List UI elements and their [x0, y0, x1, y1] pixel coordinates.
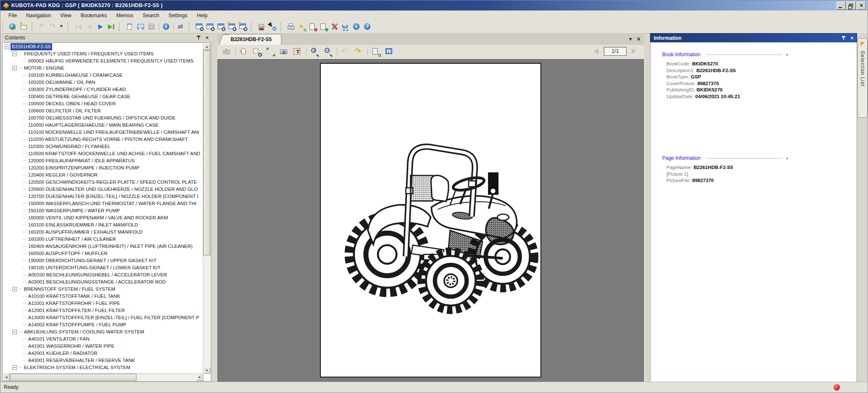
rotate-left-icon[interactable] [341, 47, 350, 57]
tree-node[interactable]: 150000 WASSERFLANSCH UND THERMOSTAT / WA… [3, 200, 203, 207]
close-panel-icon[interactable]: × [204, 35, 210, 41]
tree-node[interactable]: 120400 REGLER / GOVERNOR [3, 172, 203, 179]
menu-bookmarks[interactable]: Bookmarks [76, 11, 112, 20]
zoom-out-icon[interactable]: − [324, 47, 333, 57]
tree-node[interactable]: A11001 KRAFTSTOFFROHR / FUEL PIPE [3, 300, 203, 307]
help-icon[interactable] [363, 23, 372, 31]
menu-file[interactable]: File [4, 11, 21, 20]
tab-b2261hdb-f2-s5[interactable]: B2261HDB-F2-S5 [223, 34, 281, 45]
info-section-header[interactable]: Page Information▾ [662, 155, 788, 161]
tab-close-icon[interactable]: × [637, 36, 640, 42]
select-zoom-icon[interactable] [268, 23, 277, 31]
page-next-icon[interactable] [632, 48, 637, 55]
first-page-icon[interactable] [74, 23, 83, 31]
collapse-icon[interactable] [5, 44, 9, 49]
tree-node[interactable]: 190100 UNTERDICHTUNG-GERAET / LOWER GASK… [3, 264, 203, 271]
close-button[interactable]: × [857, 2, 866, 10]
tree-node[interactable]: A03001 BESCHLEUNIGUNGSSTANGE / ACCELERAT… [3, 278, 203, 286]
search-binoculars-icon[interactable] [222, 47, 231, 57]
snapshot-icon[interactable] [280, 47, 289, 57]
tree-node[interactable]: 160300 LUFTREINHEIT / AIR CLEANER [3, 236, 203, 243]
info-section-header[interactable]: Book Information▾ [662, 52, 788, 57]
scroll-down-icon[interactable]: ▼ [203, 367, 210, 374]
menu-help[interactable]: Help [192, 11, 212, 20]
memo-export-icon[interactable] [320, 23, 328, 31]
tree-node[interactable]: A12001 KRAFTSTOFFILTER / FUEL FILTER [3, 307, 203, 314]
picture-view-icon[interactable] [136, 23, 145, 31]
restore-button[interactable] [847, 2, 856, 10]
tree-node[interactable]: 190000 OBERDICHTUNG-GERAET / UPPER GASKE… [3, 257, 203, 264]
tree-vertical-scrollbar[interactable]: ▲ ▼ [203, 43, 210, 374]
tree-node[interactable]: 120600 DUESENHALTER UND GLUEHKERZE / NOZ… [3, 186, 203, 193]
tree-node[interactable]: 100500 DECKEL OBEN / HEAD COVER [3, 100, 203, 107]
tree-node[interactable]: 000002 HÄUFIG VERWENDETE ELEMENTE / FREQ… [3, 57, 203, 65]
view-mode-1-icon[interactable] [195, 23, 204, 31]
tree-node[interactable]: 150100 WASSERPUMPE / WATER PUMP [3, 207, 203, 214]
chevron-down-icon[interactable]: ▾ [786, 52, 788, 57]
tree-node[interactable]: 160500 AUSPUFFTOPF / MUFFLER [3, 250, 203, 257]
close-panel-icon[interactable]: × [849, 35, 855, 41]
tree-node[interactable]: 100600 OELFILTER / OIL FILTER [3, 107, 203, 115]
tree-node[interactable]: 120200 EINSPRITZENPUMPE / INJECTION PUMP [3, 164, 203, 172]
scroll-up-icon[interactable]: ▲ [203, 43, 210, 50]
zoom-area-icon[interactable] [253, 47, 262, 57]
tree-node[interactable]: A00100 BESCHLEUNIGUNGSHEBEL / ACCELERATO… [3, 271, 203, 278]
tree-node[interactable]: BRENNSTOFF SYSTEM / FUEL SYSTEM [3, 286, 203, 293]
tree-node[interactable]: 110000 HAUPTLAGERGEHAEUSE / MAIN BEARING… [3, 122, 203, 129]
history-dropdown-icon[interactable] [60, 23, 64, 31]
tree-node[interactable]: MOTOR / ENGINE [3, 65, 203, 72]
memo-check-icon[interactable] [309, 23, 317, 31]
menu-view[interactable]: View [55, 11, 76, 20]
view-mode-5-icon[interactable]: ★ [239, 23, 247, 31]
view-mode-2-icon[interactable] [206, 23, 215, 31]
list-view-icon[interactable] [147, 23, 156, 31]
tree-node[interactable]: 160000 VENTIL UND KIPPENARM / VALVE AND … [3, 214, 203, 221]
zoom-in-icon[interactable]: + [310, 47, 320, 57]
drawing-canvas[interactable] [218, 59, 644, 382]
page-indicator[interactable]: 1/1 [604, 47, 627, 56]
menu-search[interactable]: Search [138, 11, 164, 20]
last-page-icon[interactable] [107, 23, 115, 31]
catalog-page[interactable] [320, 63, 541, 377]
cart-icon[interactable] [341, 23, 350, 31]
tree-horizontal-scrollbar[interactable]: ◄ ► [3, 373, 203, 381]
tree-node[interactable]: A10100 KRAFTSTOFFTANK / FUEL TANK [3, 293, 203, 300]
tree-node[interactable]: A42001 KUEHLER / RADIATOR [3, 350, 203, 357]
tree-node[interactable]: 100400 GETRIEBE GEHAEUSE / GEAR CASE [3, 93, 203, 100]
next-page-icon[interactable] [96, 23, 105, 31]
go-top-page-icon[interactable] [9, 23, 17, 31]
add-bookmark-icon[interactable] [298, 23, 306, 31]
selection-list-tab[interactable]: Selection List [858, 38, 868, 118]
pan-hand-icon[interactable] [239, 47, 249, 57]
collapse-icon[interactable] [12, 365, 17, 370]
tree-node[interactable]: B2261HDB-F2-S5 [3, 43, 203, 50]
scroll-left-icon[interactable]: ◄ [3, 374, 10, 381]
scroll-right-icon[interactable]: ► [197, 374, 203, 381]
menu-navigation[interactable]: Navigation [21, 11, 55, 20]
rotate-right-icon[interactable] [354, 47, 364, 57]
settings-tools-icon[interactable] [330, 23, 339, 31]
tree-node[interactable]: 100200 OELWANNE / OIL PAN [3, 79, 203, 86]
tree-node[interactable]: 120500 GESCHWINDIGKEITS-REGLER PLATTE / … [3, 179, 203, 186]
page-view-icon[interactable] [126, 23, 134, 31]
tree-node[interactable]: A14002 KRAFTSTOFFPUMPE / FUEL PUMP [3, 321, 203, 328]
chevron-down-icon[interactable]: ▾ [786, 156, 788, 161]
tree-node[interactable]: 120700 DUESENHALTER [EINZEL-TEIL] / NOZZ… [3, 193, 203, 200]
tree-node[interactable]: 120000 FREILAUFAPPARAT / IDLE APPARATUS [3, 157, 203, 164]
pin-icon[interactable] [841, 36, 847, 41]
tree-node[interactable]: 100700 OELMESSSTAB UND FUEHRUNG / DIPSTI… [3, 115, 203, 122]
swap-view-icon[interactable] [177, 23, 185, 31]
tree-node[interactable]: ABKUEHLUNG SYSTEM / COOLING WATER SYSTEM [3, 328, 203, 336]
fit-window-icon[interactable] [266, 47, 275, 57]
page-prev-icon[interactable] [593, 48, 599, 55]
add-to-selection-icon[interactable] [372, 47, 381, 57]
menu-memos[interactable]: Memos [112, 11, 138, 20]
tree-node[interactable]: A43001 RESERVEBEHALTER / RESERVE TANK [3, 357, 203, 364]
view-mode-4-icon[interactable]: ★ [228, 23, 236, 31]
tree-node[interactable]: 110500 KRAFTSTOFF-NOCKENWELLE UND ACHSE … [3, 150, 203, 157]
minimize-button[interactable] [837, 2, 846, 10]
tree-node[interactable]: A40101 VENTILATOR / FAN [3, 336, 203, 343]
redo-icon[interactable] [49, 23, 58, 31]
tree-node[interactable]: A41001 WASSERROHR / WATER PIPE [3, 343, 203, 350]
pin-icon[interactable] [196, 35, 202, 41]
